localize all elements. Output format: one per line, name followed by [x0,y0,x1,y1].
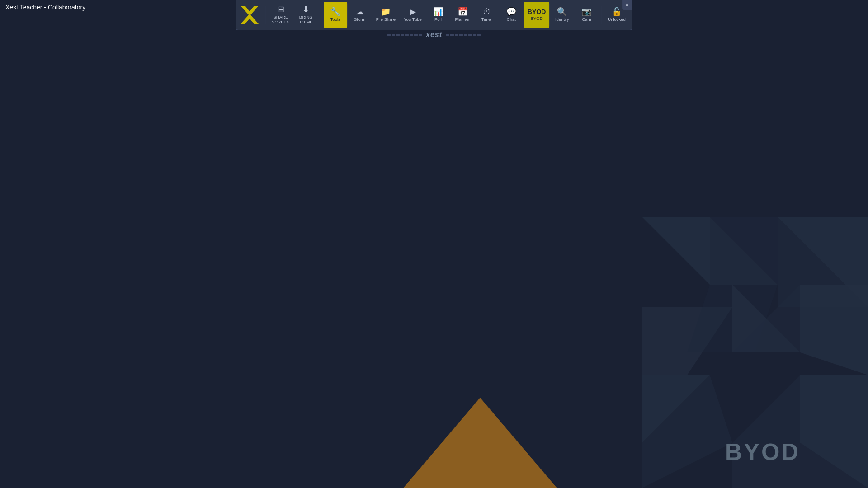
xest-dashes-left [387,34,422,36]
bring-to-me-button[interactable]: ⬇ BRING TO ME [294,2,318,28]
main-toolbar: × 🖥 SHARE SCREEN ⬇ BRING TO ME 🔧 Tools ☁… [236,0,632,30]
svg-marker-14 [732,375,800,443]
svg-marker-1 [642,217,710,285]
poll-button[interactable]: 📊 Poll [426,2,450,28]
divider-2 [321,6,321,24]
app-title: Xest Teacher - Collaboratory [0,0,91,14]
identify-button[interactable]: 🔍 Identify [550,2,574,28]
unlocked-icon: 🔓 [612,8,622,16]
share-screen-icon: 🖥 [277,5,285,14]
share-screen-button[interactable]: 🖥 SHARE SCREEN [268,2,293,28]
storm-button[interactable]: ☁ Storm [348,2,372,28]
byod-icon: BYOD [528,9,546,15]
chat-button[interactable]: 💬 Chat [500,2,523,28]
brown-triangle [403,398,557,488]
poll-icon: 📊 [433,8,443,16]
planner-button[interactable]: 📅 Planner [451,2,474,28]
xest-logo[interactable] [239,4,260,26]
tools-button[interactable]: 🔧 Tools [324,2,347,28]
timer-icon: ⏱ [483,8,491,16]
xest-dashes-right [446,34,481,36]
divider-3 [601,6,601,24]
identify-icon: 🔍 [557,8,567,16]
file-share-button[interactable]: 📁 File Share [373,2,399,28]
tools-icon: 🔧 [330,8,340,16]
close-button[interactable]: × [622,0,632,10]
divider-1 [265,6,265,24]
timer-button[interactable]: ⏱ Timer [475,2,499,28]
svg-marker-0 [241,6,259,24]
storm-icon: ☁ [356,8,364,16]
cam-icon: 📷 [581,8,591,16]
youtube-icon: ▶ [410,8,416,16]
svg-marker-9 [800,285,868,375]
xest-wordmark: xest [426,31,442,39]
youtube-button[interactable]: ▶ You Tube [400,2,425,28]
byod-button[interactable]: BYOD BYOD [524,2,549,28]
byod-watermark: BYOD [725,438,800,465]
xest-bar: xest [387,31,481,39]
bring-to-me-icon: ⬇ [302,5,309,14]
chat-icon: 💬 [506,8,516,16]
planner-icon: 📅 [458,8,467,16]
file-share-icon: 📁 [381,8,391,16]
cam-button[interactable]: 📷 Cam [575,2,598,28]
